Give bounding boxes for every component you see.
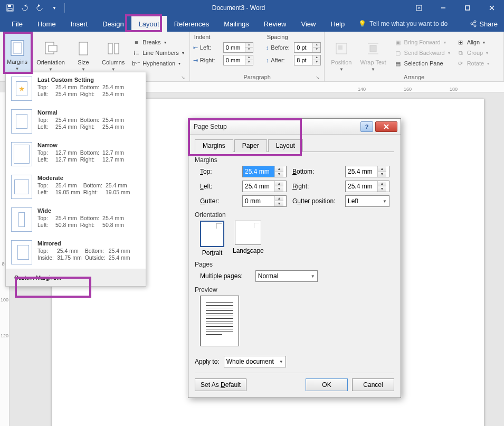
tab-review[interactable]: Review bbox=[256, 16, 294, 32]
hyphenation-button[interactable]: bᶜ⁻Hyphenation▾ bbox=[130, 59, 186, 68]
set-default-button[interactable]: Set As Default bbox=[195, 378, 246, 391]
line-numbers-icon: ⁞≡ bbox=[132, 49, 140, 57]
dialog-tab-layout[interactable]: Layout bbox=[268, 139, 303, 152]
margins-preset-item[interactable]: ModerateTop:25.4 mmBottom:25.4 mmLeft:19… bbox=[6, 171, 146, 203]
chevron-down-icon: ▼ bbox=[339, 67, 344, 72]
orientation-portrait[interactable]: Portrait bbox=[200, 221, 224, 257]
orientation-landscape[interactable]: Landscape bbox=[233, 221, 264, 257]
gutter-spinner[interactable]: ▲▼ bbox=[242, 195, 287, 207]
margins-preset-item[interactable]: NarrowTop:12.7 mmBottom:12.7 mmLeft:12.7… bbox=[6, 138, 146, 171]
rotate-icon: ⟳ bbox=[457, 59, 465, 68]
tab-home[interactable]: Home bbox=[30, 16, 63, 32]
margins-preset-item[interactable]: MirroredTop:25.4 mmBottom:25.4 mmInside:… bbox=[6, 236, 146, 269]
tab-help[interactable]: Help bbox=[323, 16, 352, 32]
bring-forward-button: ▣Bring Forward▾ bbox=[392, 37, 452, 47]
cancel-button[interactable]: Cancel bbox=[352, 378, 394, 391]
minimize-button[interactable] bbox=[431, 0, 455, 16]
undo-button[interactable] bbox=[19, 2, 31, 14]
title-bar: ▼ Document3 - Word bbox=[0, 0, 504, 16]
qat-separator bbox=[64, 3, 65, 13]
indent-right-input[interactable] bbox=[224, 55, 245, 65]
indent-left-spinner[interactable]: ▲▼ bbox=[223, 42, 253, 53]
dialog-titlebar[interactable]: Page Setup ? bbox=[188, 119, 401, 135]
columns-button[interactable]: Columns ▼ bbox=[99, 33, 128, 73]
custom-margins-item[interactable]: Custom Margins... bbox=[6, 269, 146, 286]
dialog-tab-margins[interactable]: Margins bbox=[195, 139, 233, 152]
redo-button[interactable] bbox=[34, 2, 45, 14]
save-button[interactable] bbox=[4, 2, 16, 14]
margin-top-spinner[interactable]: ▲▼ bbox=[242, 166, 287, 177]
wrap-text-button: Wrap Text ▼ bbox=[357, 33, 389, 73]
share-icon bbox=[470, 20, 477, 27]
tab-mailings[interactable]: Mailings bbox=[216, 16, 256, 32]
gutter-input[interactable] bbox=[243, 196, 274, 206]
position-icon bbox=[333, 40, 350, 57]
svg-line-12 bbox=[473, 24, 474, 25]
arrange-group: Position ▼ Wrap Text ▼ ▣Bring Forward▾ ▢… bbox=[325, 32, 504, 81]
margin-bottom-input[interactable] bbox=[346, 166, 377, 177]
svg-rect-1 bbox=[8, 5, 11, 7]
page-setup-launcher[interactable]: ↘ bbox=[181, 75, 185, 80]
maximize-button[interactable] bbox=[455, 0, 480, 16]
align-button[interactable]: ⊞Align▾ bbox=[454, 37, 491, 47]
tab-layout[interactable]: Layout bbox=[131, 16, 167, 32]
margins-preset-item[interactable]: Last Custom SettingTop:25.4 mmBottom:25.… bbox=[6, 72, 146, 105]
margins-thumb-icon bbox=[11, 240, 32, 264]
tell-me[interactable]: 💡 Tell me what you want to do bbox=[358, 20, 448, 27]
margins-dropdown: Last Custom SettingTop:25.4 mmBottom:25.… bbox=[5, 72, 146, 287]
indent-left-input[interactable] bbox=[224, 43, 245, 52]
line-numbers-button[interactable]: ⁞≡Line Numbers▾ bbox=[130, 48, 186, 58]
hyphenation-icon: bᶜ⁻ bbox=[132, 59, 140, 68]
tab-view[interactable]: View bbox=[293, 16, 323, 32]
dialog-close-button[interactable] bbox=[375, 121, 397, 132]
window-title: Document3 - Word bbox=[70, 4, 407, 12]
preview-page bbox=[200, 296, 239, 346]
margin-right-spinner[interactable]: ▲▼ bbox=[345, 181, 389, 192]
margins-button[interactable]: Margins ▼ bbox=[3, 33, 31, 73]
margin-left-input[interactable] bbox=[243, 181, 274, 192]
ok-button[interactable]: OK bbox=[306, 378, 348, 391]
spacing-after-input[interactable] bbox=[294, 55, 312, 65]
dialog-help-button[interactable]: ? bbox=[360, 121, 373, 132]
orientation-button[interactable]: Orientation ▼ bbox=[33, 33, 68, 73]
dialog-title: Page Setup bbox=[194, 123, 360, 130]
svg-rect-5 bbox=[465, 6, 470, 10]
margin-left-spinner[interactable]: ▲▼ bbox=[242, 181, 287, 192]
ribbon-display-options[interactable] bbox=[407, 0, 431, 16]
indent-right-spinner[interactable]: ▲▼ bbox=[223, 55, 253, 65]
multiple-pages-select[interactable]: Normal▼ bbox=[255, 270, 318, 282]
margins-preset-item[interactable]: WideTop:25.4 mmBottom:25.4 mmLeft:50.8 m… bbox=[6, 203, 146, 236]
tab-insert[interactable]: Insert bbox=[63, 16, 96, 32]
margins-preset-item[interactable]: NormalTop:25.4 mmBottom:25.4 mmLeft:25.4… bbox=[6, 105, 146, 138]
wrap-text-icon bbox=[365, 40, 382, 57]
breaks-button[interactable]: ≡Breaks▾ bbox=[130, 37, 186, 47]
margin-top-input[interactable] bbox=[243, 166, 274, 177]
svg-rect-17 bbox=[79, 42, 88, 55]
selection-pane-icon: ▤ bbox=[394, 59, 402, 68]
gutter-position-select[interactable]: Left▼ bbox=[345, 195, 389, 207]
spacing-after-spinner[interactable]: ▲▼ bbox=[294, 55, 321, 65]
margins-thumb-icon bbox=[11, 77, 32, 101]
page-setup-dialog: Page Setup ? Margins Paper Layout Margin… bbox=[188, 118, 401, 398]
margin-bottom-spinner[interactable]: ▲▼ bbox=[345, 166, 389, 177]
share-label: Share bbox=[479, 20, 498, 28]
svg-line-11 bbox=[473, 22, 474, 23]
tab-design[interactable]: Design bbox=[95, 16, 131, 32]
apply-to-select[interactable]: Whole document▼ bbox=[224, 356, 286, 367]
close-button[interactable] bbox=[480, 0, 504, 16]
qat-customize-arrow[interactable]: ▼ bbox=[49, 2, 60, 14]
paragraph-launcher[interactable]: ↘ bbox=[316, 75, 320, 80]
position-button: Position ▼ bbox=[328, 33, 355, 73]
dialog-tab-paper[interactable]: Paper bbox=[234, 139, 267, 152]
chevron-down-icon: ▼ bbox=[371, 67, 375, 72]
margin-right-input[interactable] bbox=[346, 181, 377, 192]
size-button[interactable]: Size ▼ bbox=[70, 33, 97, 73]
tab-file[interactable]: File bbox=[4, 16, 30, 32]
tab-references[interactable]: References bbox=[167, 16, 216, 32]
share-button[interactable]: Share bbox=[470, 20, 498, 28]
align-icon: ⊞ bbox=[457, 38, 465, 46]
spacing-before-input[interactable] bbox=[294, 43, 312, 52]
ribbon-tabs: File Home Insert Design Layout Reference… bbox=[0, 16, 504, 32]
spacing-before-spinner[interactable]: ▲▼ bbox=[294, 42, 321, 53]
selection-pane-button[interactable]: ▤Selection Pane bbox=[392, 59, 452, 68]
